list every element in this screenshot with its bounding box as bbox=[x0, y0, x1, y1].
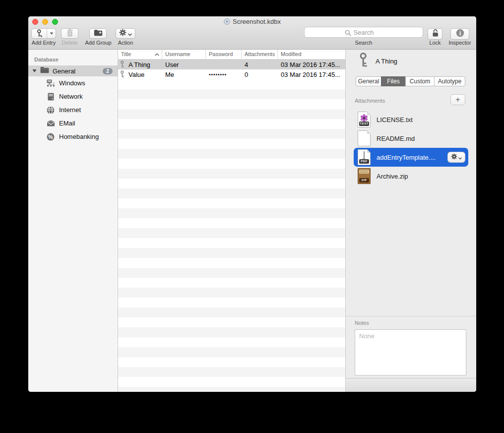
sort-ascending-icon bbox=[155, 50, 159, 59]
workgroup-icon bbox=[46, 79, 55, 87]
add-entry-dropdown-arrow[interactable] bbox=[47, 29, 56, 38]
entry-title: Value bbox=[128, 71, 144, 78]
entry-modified: 03 Mar 2016 17:45... bbox=[278, 69, 345, 79]
inspector-label: Inspector bbox=[444, 40, 476, 46]
column-header-title[interactable]: Title bbox=[118, 50, 162, 59]
key-icon bbox=[120, 61, 125, 68]
sidebar: Database General 2 Windows bbox=[28, 50, 118, 392]
attachment-name: README.md bbox=[377, 135, 415, 142]
entry-password bbox=[206, 60, 242, 69]
entry-table: Title Username Password Attachments Modi… bbox=[118, 50, 345, 392]
search-input[interactable] bbox=[304, 27, 423, 38]
add-group-label: Add Group bbox=[76, 40, 120, 46]
entry-attachments-count: 0 bbox=[242, 69, 278, 79]
column-header-username[interactable]: Username bbox=[162, 50, 206, 59]
add-group-button[interactable] bbox=[89, 28, 107, 39]
add-attachment-button[interactable]: + bbox=[450, 94, 465, 105]
file-type-badge: TEXT bbox=[359, 122, 369, 126]
add-entry-label: Add Entry bbox=[28, 40, 60, 46]
zip-file-icon: ZIP bbox=[358, 168, 371, 184]
sidebar-item-label: Internet bbox=[59, 106, 81, 114]
divider bbox=[346, 316, 476, 316]
key-icon bbox=[120, 70, 125, 78]
file-type-badge: ZIP bbox=[359, 178, 369, 183]
sidebar-item-label: Windows bbox=[59, 79, 85, 87]
sidebar-item-label: EMail bbox=[59, 120, 75, 127]
action-button[interactable] bbox=[116, 28, 135, 39]
add-entry-button[interactable] bbox=[31, 28, 56, 39]
sidebar-item-label: Network bbox=[59, 93, 83, 100]
percent-icon: % bbox=[46, 133, 55, 141]
entry-username: User bbox=[162, 60, 206, 69]
document-proxy-icon bbox=[224, 18, 230, 26]
notes-label: Notes bbox=[355, 320, 369, 326]
sidebar-item-network[interactable]: Network bbox=[28, 90, 118, 103]
inspector-bottom-bar bbox=[346, 378, 476, 392]
column-header-modified[interactable]: Modified bbox=[278, 50, 345, 59]
folder-icon bbox=[40, 66, 49, 75]
text-file-icon: TEXT bbox=[358, 112, 371, 127]
unlock-icon bbox=[432, 29, 439, 39]
window-title-area: Screenshot.kdbx bbox=[28, 18, 476, 26]
envelope-icon bbox=[46, 120, 55, 126]
attachment-name: Archive.zip bbox=[377, 173, 408, 180]
search-label: Search bbox=[304, 40, 423, 46]
delete-button[interactable] bbox=[61, 28, 78, 39]
sidebar-item-general[interactable]: General 2 bbox=[28, 65, 118, 76]
info-icon: i bbox=[456, 29, 464, 39]
key-plus-icon[interactable] bbox=[32, 29, 47, 38]
tab-autotype[interactable]: Autotype bbox=[434, 76, 465, 86]
window-title: Screenshot.kdbx bbox=[233, 18, 281, 25]
attachment-item-readme[interactable]: README.md bbox=[354, 129, 468, 148]
disclosure-triangle-icon[interactable] bbox=[31, 69, 37, 73]
entry-password: •••••••• bbox=[206, 69, 242, 79]
pdf-file-icon: PDF bbox=[358, 149, 371, 165]
app-window: Screenshot.kdbx Add Entry Delete Add Gro… bbox=[28, 16, 476, 392]
tab-custom[interactable]: Custom bbox=[405, 76, 435, 86]
attachments-label: Attachments bbox=[355, 98, 385, 104]
attachment-name: LICENSE.txt bbox=[377, 116, 413, 124]
sidebar-item-windows[interactable]: Windows bbox=[28, 76, 118, 90]
sidebar-section-header: Database bbox=[28, 54, 118, 65]
table-row[interactable]: Value Me •••••••• 0 03 Mar 2016 17:45... bbox=[118, 69, 345, 79]
inspector-entry-title: A Thing bbox=[376, 58, 397, 65]
attachment-item-template[interactable]: PDF addEntryTemplate.... bbox=[354, 148, 468, 167]
sidebar-item-homebanking[interactable]: % Homebanking bbox=[28, 130, 118, 143]
attachments-list: TEXT LICENSE.txt README.md PDF bbox=[354, 110, 468, 186]
file-type-badge: PDF bbox=[359, 159, 369, 164]
folder-plus-icon bbox=[94, 29, 103, 38]
tab-files[interactable]: Files bbox=[381, 76, 406, 86]
chevron-down-icon bbox=[458, 153, 462, 162]
gear-icon bbox=[451, 153, 457, 162]
globe-icon bbox=[46, 106, 55, 114]
key-icon bbox=[358, 53, 370, 70]
gear-icon bbox=[119, 29, 126, 38]
inspector-button[interactable]: i bbox=[450, 28, 469, 40]
column-header-password[interactable]: Password bbox=[206, 50, 242, 59]
inspector-panel: A Thing General Files Custom Autotype At… bbox=[345, 50, 476, 392]
notes-textarea[interactable] bbox=[355, 329, 466, 375]
attachment-item-license[interactable]: TEXT LICENSE.txt bbox=[354, 110, 468, 129]
sidebar-item-internet[interactable]: Internet bbox=[28, 103, 118, 117]
sidebar-item-email[interactable]: EMail bbox=[28, 117, 118, 130]
column-header-attachments[interactable]: Attachments bbox=[242, 50, 278, 59]
lock-button[interactable] bbox=[428, 28, 442, 40]
attachment-item-archive[interactable]: ZIP Archive.zip bbox=[354, 167, 468, 186]
entry-username: Me bbox=[162, 69, 206, 79]
trash-icon bbox=[66, 29, 73, 39]
sidebar-item-label: General bbox=[53, 67, 103, 75]
server-icon bbox=[46, 93, 55, 101]
entry-title: A Thing bbox=[128, 61, 150, 68]
attachment-action-button[interactable] bbox=[447, 152, 465, 163]
document-file-icon bbox=[358, 130, 371, 146]
entry-modified: 03 Mar 2016 17:45... bbox=[278, 60, 345, 69]
chevron-down-icon bbox=[128, 29, 132, 38]
tab-general[interactable]: General bbox=[356, 76, 381, 86]
titlebar-toolbar: Screenshot.kdbx Add Entry Delete Add Gro… bbox=[28, 16, 476, 50]
svg-text:%: % bbox=[48, 133, 53, 139]
inspector-tabs: General Files Custom Autotype bbox=[356, 76, 465, 86]
table-body: A Thing User 4 03 Mar 2016 17:45... Valu… bbox=[118, 60, 345, 392]
entry-attachments-count: 4 bbox=[242, 60, 278, 69]
sidebar-item-label: Homebanking bbox=[59, 133, 99, 140]
table-row[interactable]: A Thing User 4 03 Mar 2016 17:45... bbox=[118, 60, 345, 69]
